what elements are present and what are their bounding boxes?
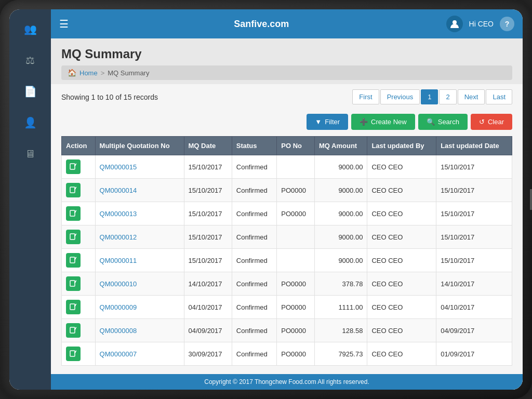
cell-mq-no: QM0000012 (95, 225, 184, 249)
breadcrumb: 🏠 Home > MQ Summary (61, 65, 512, 80)
mq-link[interactable]: QM0000015 (100, 163, 137, 171)
svg-rect-6 (70, 281, 75, 286)
cell-mq-amount: 128.58 (315, 319, 367, 342)
cell-po-no: PO0000 (277, 342, 315, 366)
sidebar-icon-users[interactable]: 👥 (21, 20, 39, 38)
col-po-no: PO No (277, 137, 315, 155)
cell-po-no (277, 249, 315, 272)
cell-updated-date: 15/10/2017 (436, 202, 512, 225)
cell-status: Confirmed (232, 296, 277, 319)
cell-mq-amount: 9000.00 (315, 249, 367, 272)
mq-link[interactable]: QM0000007 (100, 350, 137, 358)
cell-status: Confirmed (232, 249, 277, 272)
page-last-button[interactable]: Last (486, 89, 512, 104)
user-label: Hi CEO (469, 20, 494, 28)
page-first-button[interactable]: First (352, 89, 379, 104)
page-previous-button[interactable]: Previous (380, 89, 420, 104)
view-button[interactable] (66, 347, 81, 361)
cell-updated-date: 15/10/2017 (436, 179, 512, 202)
create-new-button[interactable]: ➕ Create New (351, 114, 415, 130)
svg-rect-7 (70, 304, 75, 310)
mq-link[interactable]: QM0000010 (100, 280, 137, 288)
view-button[interactable] (66, 159, 81, 174)
cell-mq-date: 30/09/2017 (184, 342, 232, 366)
menu-icon[interactable]: ☰ (59, 18, 69, 30)
breadcrumb-current: MQ Summary (108, 69, 149, 77)
svg-rect-1 (70, 164, 75, 169)
breadcrumb-home[interactable]: Home (79, 69, 98, 77)
cell-status: Confirmed (232, 272, 277, 296)
col-mq-date: MQ Date (184, 137, 232, 155)
mq-link[interactable]: QM0000008 (100, 327, 137, 335)
table-row: QM0000015 15/10/2017 Confirmed 9000.00 C… (62, 155, 512, 179)
mq-link[interactable]: QM0000009 (100, 303, 137, 311)
view-button[interactable] (66, 300, 81, 314)
cell-updated-by: CEO CEO (367, 225, 436, 249)
mq-link[interactable]: QM0000011 (100, 257, 137, 264)
power-button[interactable] (530, 189, 532, 210)
main-content: ☰ Sanfive.com Hi CEO ? MQ (51, 9, 523, 390)
controls-bar: Showing 1 to 10 of 15 records First Prev… (51, 84, 523, 110)
view-button[interactable] (66, 276, 81, 291)
cell-action (62, 179, 96, 202)
page-title: MQ Summary (61, 47, 512, 61)
cell-updated-by: CEO CEO (367, 155, 436, 179)
filter-icon: ▼ (315, 118, 322, 126)
cell-po-no (277, 225, 315, 249)
cell-mq-no: QM0000007 (95, 342, 184, 366)
cell-mq-date: 04/09/2017 (184, 319, 232, 342)
cell-updated-by: CEO CEO (367, 272, 436, 296)
clear-button[interactable]: ↺ Clear (471, 114, 512, 130)
view-button[interactable] (66, 323, 81, 338)
view-button[interactable] (66, 230, 81, 244)
cell-po-no: PO0000 (277, 179, 315, 202)
mq-table: Action Multiple Quotation No MQ Date Sta… (61, 136, 512, 366)
table-row: QM0000007 30/09/2017 Confirmed PO0000 79… (62, 342, 512, 366)
cell-status: Confirmed (232, 202, 277, 225)
page-2-button[interactable]: 2 (439, 89, 456, 104)
footer-text: Copyright © 2017 Thongchew Food.com All … (204, 378, 369, 385)
cell-status: Confirmed (232, 155, 277, 179)
help-button[interactable]: ? (500, 17, 514, 31)
table-row: QM0000012 15/10/2017 Confirmed 9000.00 C… (62, 225, 512, 249)
sidebar-icon-balance[interactable]: ⚖ (21, 51, 39, 70)
cell-updated-date: 15/10/2017 (436, 155, 512, 179)
cell-updated-date: 01/09/2017 (436, 342, 512, 366)
sidebar-icon-document[interactable]: 📄 (21, 82, 39, 101)
navbar-right: Hi CEO ? (446, 16, 514, 32)
cell-mq-amount: 9000.00 (315, 225, 367, 249)
cell-action (62, 342, 96, 366)
breadcrumb-separator: > (101, 69, 105, 77)
cell-mq-date: 15/10/2017 (184, 202, 232, 225)
col-mq-amount: MQ Amount (315, 137, 367, 155)
cell-updated-by: CEO CEO (367, 249, 436, 272)
page-1-button[interactable]: 1 (421, 89, 438, 104)
cell-action (62, 296, 96, 319)
sidebar-icon-monitor[interactable]: 🖥 (21, 144, 39, 163)
view-button[interactable] (66, 183, 81, 197)
view-button[interactable] (66, 206, 81, 221)
cell-mq-no: QM0000014 (95, 179, 184, 202)
mq-link[interactable]: QM0000014 (100, 187, 137, 194)
search-icon: 🔍 (427, 118, 435, 126)
search-button[interactable]: 🔍 Search (418, 114, 468, 130)
table-row: QM0000014 15/10/2017 Confirmed PO0000 90… (62, 179, 512, 202)
cell-action (62, 225, 96, 249)
cell-mq-no: QM0000009 (95, 296, 184, 319)
sidebar-icon-people[interactable]: 👤 (21, 113, 39, 132)
filter-button[interactable]: ▼ Filter (307, 114, 348, 130)
mq-link[interactable]: QM0000012 (100, 233, 137, 241)
page-next-button[interactable]: Next (458, 89, 485, 104)
cell-status: Confirmed (232, 225, 277, 249)
cell-mq-date: 14/10/2017 (184, 272, 232, 296)
mq-link[interactable]: QM0000013 (100, 210, 137, 218)
cell-mq-amount: 378.78 (315, 272, 367, 296)
cell-mq-no: QM0000010 (95, 272, 184, 296)
cell-mq-date: 04/10/2017 (184, 296, 232, 319)
cell-updated-by: CEO CEO (367, 202, 436, 225)
view-button[interactable] (66, 253, 81, 268)
cell-status: Confirmed (232, 342, 277, 366)
cell-mq-date: 15/10/2017 (184, 249, 232, 272)
footer: Copyright © 2017 Thongchew Food.com All … (51, 374, 523, 390)
table-header-row: Action Multiple Quotation No MQ Date Sta… (62, 137, 512, 155)
